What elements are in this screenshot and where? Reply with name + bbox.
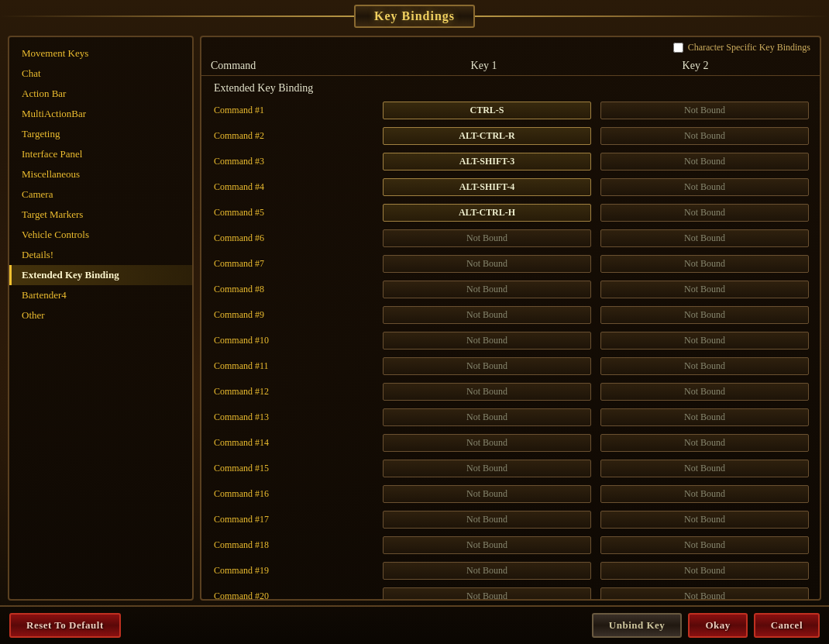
key2-binding-10[interactable]: Not Bound (600, 332, 809, 350)
key1-binding-19[interactable]: Not Bound (383, 562, 591, 580)
sidebar-item-extended-key-binding[interactable]: Extended Key Binding (9, 265, 192, 285)
table-row: Command #20Not BoundNot Bound (201, 584, 820, 599)
table-row: Command #13Not BoundNot Bound (201, 405, 820, 430)
key1-binding-17[interactable]: Not Bound (383, 511, 591, 529)
command-name-17: Command #17 (208, 514, 378, 525)
col-command: Command (208, 60, 378, 72)
command-name-20: Command #20 (208, 591, 378, 599)
key2-binding-9[interactable]: Not Bound (600, 306, 809, 324)
sidebar-item-target-markers[interactable]: Target Markers (9, 205, 192, 225)
table-row: Command #4ALT-SHIFT-4Not Bound (201, 174, 820, 200)
command-name-6: Command #6 (208, 232, 378, 244)
key2-binding-15[interactable]: Not Bound (600, 460, 809, 477)
sidebar-item-miscellaneous[interactable]: Miscellaneous (9, 164, 192, 184)
section-heading: Extended Key Binding (201, 76, 820, 98)
sidebar-item-chat[interactable]: Chat (9, 64, 192, 84)
table-row: Command #9Not BoundNot Bound (201, 302, 820, 328)
key2-binding-7[interactable]: Not Bound (600, 255, 809, 273)
window-title: Key Bindings (374, 9, 455, 22)
sidebar-item-bartender4[interactable]: Bartender4 (9, 285, 192, 305)
content-area: Movement KeysChatAction BarMultiActionBa… (0, 31, 829, 605)
command-name-2: Command #2 (208, 130, 378, 142)
sidebar-item-interface-panel[interactable]: Interface Panel (9, 144, 192, 164)
key1-binding-7[interactable]: Not Bound (383, 255, 591, 273)
table-row: Command #8Not BoundNot Bound (201, 277, 820, 302)
key2-binding-6[interactable]: Not Bound (600, 229, 809, 247)
key2-binding-3[interactable]: Not Bound (600, 153, 809, 170)
key1-binding-15[interactable]: Not Bound (383, 460, 591, 477)
table-row: Command #5ALT-CTRL-HNot Bound (201, 200, 820, 226)
key2-binding-14[interactable]: Not Bound (600, 434, 809, 452)
cancel-button[interactable]: Cancel (754, 613, 820, 638)
key1-binding-11[interactable]: Not Bound (383, 357, 591, 375)
reset-default-button[interactable]: Reset To Default (9, 613, 121, 638)
command-name-16: Command #16 (208, 488, 378, 500)
unbind-key-button[interactable]: Unbind Key (592, 613, 683, 638)
sidebar-item-action-bar[interactable]: Action Bar (9, 84, 192, 104)
command-name-14: Command #14 (208, 437, 378, 449)
key1-binding-1[interactable]: CTRL-S (383, 102, 591, 119)
command-name-5: Command #5 (208, 207, 378, 219)
key2-binding-13[interactable]: Not Bound (600, 408, 809, 426)
char-specific-label: Character Specific Key Bindings (688, 42, 810, 53)
key1-binding-12[interactable]: Not Bound (383, 383, 591, 401)
key2-binding-19[interactable]: Not Bound (600, 562, 809, 580)
table-row: Command #15Not BoundNot Bound (201, 456, 820, 481)
table-row: Command #6Not BoundNot Bound (201, 226, 820, 251)
key1-binding-16[interactable]: Not Bound (383, 485, 591, 503)
key2-binding-20[interactable]: Not Bound (600, 587, 809, 599)
key2-binding-4[interactable]: Not Bound (600, 178, 809, 196)
table-row: Command #3ALT-SHIFT-3Not Bound (201, 149, 820, 174)
sidebar-item-details[interactable]: Details! (9, 245, 192, 265)
key1-binding-6[interactable]: Not Bound (383, 229, 591, 247)
bottom-bar: Reset To Default Unbind Key Okay Cancel (0, 605, 829, 644)
key1-binding-10[interactable]: Not Bound (383, 332, 591, 350)
key2-binding-1[interactable]: Not Bound (600, 102, 809, 119)
key2-binding-17[interactable]: Not Bound (600, 511, 809, 529)
sidebar-item-multi-action-bar[interactable]: MultiActionBar (9, 104, 192, 124)
key2-binding-8[interactable]: Not Bound (600, 281, 809, 298)
key1-binding-14[interactable]: Not Bound (383, 434, 591, 452)
command-name-15: Command #15 (208, 463, 378, 474)
key1-binding-8[interactable]: Not Bound (383, 281, 591, 298)
command-name-3: Command #3 (208, 156, 378, 167)
key2-binding-2[interactable]: Not Bound (600, 127, 809, 145)
sidebar-item-targeting[interactable]: Targeting (9, 124, 192, 144)
sidebar-item-movement-keys[interactable]: Movement Keys (9, 43, 192, 64)
char-specific-checkbox[interactable] (673, 43, 683, 53)
command-name-19: Command #19 (208, 565, 378, 577)
key1-binding-20[interactable]: Not Bound (383, 587, 591, 599)
key1-binding-4[interactable]: ALT-SHIFT-4 (383, 178, 591, 196)
key2-binding-16[interactable]: Not Bound (600, 485, 809, 503)
okay-button[interactable]: Okay (688, 613, 747, 638)
table-row: Command #7Not BoundNot Bound (201, 251, 820, 277)
table-row: Command #18Not BoundNot Bound (201, 532, 820, 558)
command-name-12: Command #12 (208, 386, 378, 398)
table-row: Command #16Not BoundNot Bound (201, 481, 820, 507)
key2-binding-11[interactable]: Not Bound (600, 357, 809, 375)
command-name-8: Command #8 (208, 284, 378, 295)
command-name-4: Command #4 (208, 181, 378, 193)
command-name-1: Command #1 (208, 105, 378, 116)
right-buttons: Unbind Key Okay Cancel (592, 613, 820, 638)
sidebar-item-vehicle-controls[interactable]: Vehicle Controls (9, 225, 192, 245)
key1-binding-2[interactable]: ALT-CTRL-R (383, 127, 591, 145)
key1-binding-5[interactable]: ALT-CTRL-H (383, 204, 591, 222)
key1-binding-3[interactable]: ALT-SHIFT-3 (383, 153, 591, 170)
sidebar-item-camera[interactable]: Camera (9, 184, 192, 205)
key1-binding-9[interactable]: Not Bound (383, 306, 591, 324)
key2-binding-5[interactable]: Not Bound (600, 204, 809, 222)
table-row: Command #14Not BoundNot Bound (201, 430, 820, 456)
sidebar: Movement KeysChatAction BarMultiActionBa… (8, 36, 194, 601)
table-row: Command #19Not BoundNot Bound (201, 558, 820, 584)
sidebar-item-other[interactable]: Other (9, 305, 192, 325)
main-panel: Character Specific Key Bindings Command … (200, 36, 821, 601)
key2-binding-18[interactable]: Not Bound (600, 536, 809, 554)
key2-binding-12[interactable]: Not Bound (600, 383, 809, 401)
table-row: Command #12Not BoundNot Bound (201, 379, 820, 405)
key1-binding-13[interactable]: Not Bound (383, 408, 591, 426)
command-name-18: Command #18 (208, 539, 378, 551)
col-key1: Key 1 (378, 60, 590, 72)
key1-binding-18[interactable]: Not Bound (383, 536, 591, 554)
table-row: Command #10Not BoundNot Bound (201, 328, 820, 353)
